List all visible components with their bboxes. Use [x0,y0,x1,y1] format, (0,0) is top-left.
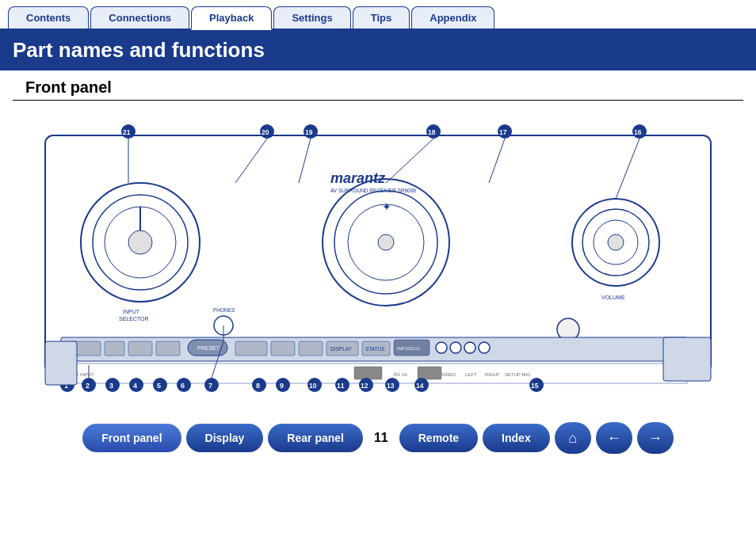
svg-text:4: 4 [133,382,137,390]
tab-playback[interactable]: Playback [191,6,272,30]
svg-rect-32 [299,341,323,356]
diagram-area: INPUT SELECTOR ✦ VOLUME marantz AV SURRO… [0,104,756,413]
svg-point-16 [608,234,624,250]
page-title-bar: Part names and functions [0,30,756,70]
svg-text:17: 17 [499,128,507,136]
svg-text:VIDEO: VIDEO [441,372,456,377]
svg-text:21: 21 [123,128,131,136]
page-title: Part names and functions [13,38,743,63]
svg-point-39 [436,342,447,353]
svg-text:LEFT: LEFT [465,372,477,377]
svg-text:5: 5 [157,382,161,390]
svg-text:BV 2A: BV 2A [394,372,407,377]
svg-text:INPUT: INPUT [123,309,140,314]
home-icon: ⌂ [568,430,577,447]
bottom-navigation: Front panel Display Rear panel 11 Remote… [0,416,756,460]
svg-text:15: 15 [531,382,539,390]
svg-text:14: 14 [416,382,424,390]
forward-icon: → [648,430,662,447]
page-number: 11 [368,431,395,445]
remote-button[interactable]: Remote [399,424,478,452]
svg-text:6: 6 [181,382,185,390]
svg-rect-105 [663,337,711,381]
svg-point-41 [464,342,475,353]
index-button[interactable]: Index [483,424,550,452]
svg-text:VOLUME: VOLUME [601,295,625,300]
display-button[interactable]: Display [186,424,264,452]
svg-text:PHONES: PHONES [213,307,235,313]
front-panel-diagram: INPUT SELECTOR ✦ VOLUME marantz AV SURRO… [13,104,743,413]
back-icon: ← [607,430,621,447]
svg-text:7: 7 [208,382,212,390]
svg-text:19: 19 [305,128,313,136]
svg-text:11: 11 [337,382,345,390]
svg-point-11 [378,234,394,250]
svg-text:18: 18 [428,128,436,136]
home-button[interactable]: ⌂ [555,422,591,454]
svg-text:marantz: marantz [330,170,386,186]
svg-text:AV SURROUND RECEIVER SR6008: AV SURROUND RECEIVER SR6008 [330,188,416,193]
tab-appendix[interactable]: Appendix [411,6,494,29]
svg-text:RIGHT: RIGHT [485,372,500,377]
forward-button[interactable]: → [637,422,674,454]
svg-text:20: 20 [262,128,269,136]
tab-connections[interactable]: Connections [90,6,189,29]
svg-text:SETUP MIC: SETUP MIC [505,372,531,377]
svg-text:PRESET: PRESET [197,345,220,351]
navigation-tabs: Contents Connections Playback Settings T… [0,0,756,30]
svg-text:13: 13 [387,382,395,390]
svg-point-40 [450,342,461,353]
tab-contents[interactable]: Contents [8,6,89,29]
svg-text:✦: ✦ [382,200,391,213]
svg-text:INFO/ECO: INFO/ECO [397,346,420,351]
svg-text:3: 3 [109,382,113,390]
front-panel-button[interactable]: Front panel [82,424,181,452]
svg-rect-31 [271,341,295,356]
svg-rect-104 [45,341,77,385]
svg-point-4 [128,230,152,254]
svg-text:DISPLAY: DISPLAY [330,346,353,352]
svg-point-42 [479,342,490,353]
svg-text:9: 9 [280,382,284,390]
svg-text:16: 16 [634,128,642,136]
rear-panel-button[interactable]: Rear panel [268,424,363,452]
svg-rect-27 [156,341,180,356]
svg-rect-45 [418,367,441,379]
tab-settings[interactable]: Settings [273,6,350,29]
tab-tips[interactable]: Tips [353,6,410,29]
section-heading: Front panel [13,70,743,101]
svg-text:8: 8 [256,382,260,390]
svg-text:2: 2 [86,382,90,390]
svg-rect-26 [128,341,152,356]
svg-text:SELECTOR: SELECTOR [119,316,149,322]
svg-text:12: 12 [361,382,368,390]
svg-rect-30 [235,341,267,356]
svg-text:10: 10 [309,382,317,390]
back-button[interactable]: ← [596,422,632,454]
svg-rect-44 [354,367,382,379]
svg-rect-25 [105,341,124,356]
svg-text:STATUS: STATUS [365,346,385,352]
